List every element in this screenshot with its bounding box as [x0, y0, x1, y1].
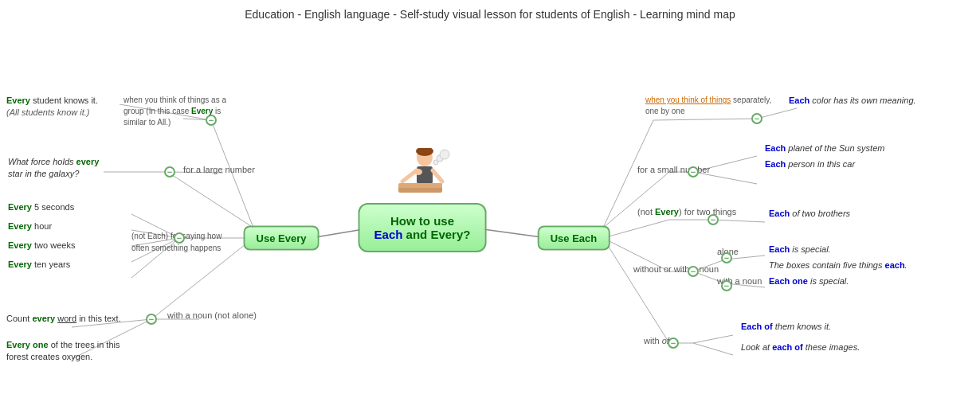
- every-two-weeks: Every two weeks: [8, 240, 75, 252]
- boxes-five-things: The boxes contain five things each.: [769, 259, 907, 271]
- page-title: Education - English language - Self-stud…: [0, 0, 980, 25]
- each-of-images: Look at each of these images.: [741, 341, 860, 353]
- svg-line-21: [603, 172, 669, 228]
- svg-line-19: [653, 119, 757, 120]
- minus-without-with[interactable]: −: [688, 266, 699, 277]
- center-label-line1: How to use: [390, 214, 454, 228]
- svg-line-5: [167, 172, 253, 228]
- svg-point-48: [440, 150, 449, 159]
- not-every-label: (not Every) for two things: [637, 206, 736, 218]
- every-student-text: Every student knows it. (All students kn…: [6, 95, 98, 119]
- each-is-special: Each is special.: [769, 244, 831, 256]
- minus-with-of[interactable]: −: [668, 338, 679, 349]
- minus-alone[interactable]: −: [721, 252, 732, 263]
- minus-top-left[interactable]: −: [206, 115, 217, 126]
- small-number-label: for a small number: [637, 164, 710, 176]
- each-two-brothers: Each of two brothers: [769, 208, 850, 220]
- without-with-noun-label: without or with a noun: [633, 263, 719, 275]
- count-every-word: Count every word in this text.: [6, 313, 121, 325]
- minus-top-right[interactable]: −: [751, 113, 762, 124]
- svg-line-27: [713, 220, 765, 222]
- with-of-label: with of: [644, 335, 669, 347]
- with-noun-label: with a noun (not alone): [167, 310, 257, 322]
- each-person-text: Each person in this car: [765, 158, 855, 170]
- svg-point-45: [414, 169, 422, 175]
- minus-middle-left[interactable]: −: [174, 232, 185, 244]
- person-illustration: [394, 148, 450, 212]
- each-color-text: Each color has its own meaning.: [789, 95, 916, 107]
- every-5-seconds: Every 5 seconds: [8, 201, 74, 213]
- svg-rect-44: [398, 183, 442, 188]
- svg-line-42: [433, 170, 442, 181]
- each-of-them: Each of them knows it.: [741, 321, 831, 333]
- svg-line-37: [693, 343, 733, 355]
- svg-line-34: [603, 238, 669, 343]
- each-planet-text: Each planet of the Sun system: [765, 142, 884, 154]
- minus-bottom-left[interactable]: −: [146, 314, 157, 325]
- minus-two-things[interactable]: −: [708, 214, 719, 225]
- svg-line-25: [603, 220, 669, 238]
- what-force-text: What force holds everystar in the galaxy…: [8, 156, 99, 181]
- use-every-node: Use Every: [244, 226, 319, 251]
- large-number-label: for a large number: [183, 164, 255, 176]
- use-each-node: Use Each: [538, 226, 610, 251]
- center-node: How to use Each and Every?: [359, 203, 487, 252]
- every-ten-years: Every ten years: [8, 259, 70, 271]
- every-hour: Every hour: [8, 220, 52, 232]
- minus-small-number[interactable]: −: [688, 166, 699, 178]
- minus-large-number[interactable]: −: [164, 166, 175, 178]
- each-one-special: Each one is special.: [769, 275, 849, 287]
- center-label-line2: Each and Every?: [374, 228, 471, 241]
- every-one-trees: Every one of the trees in thisforest cre…: [6, 339, 120, 364]
- group-note: when you think of things as a group (In …: [123, 95, 243, 128]
- svg-line-36: [693, 335, 733, 343]
- minus-with-noun[interactable]: −: [721, 280, 732, 291]
